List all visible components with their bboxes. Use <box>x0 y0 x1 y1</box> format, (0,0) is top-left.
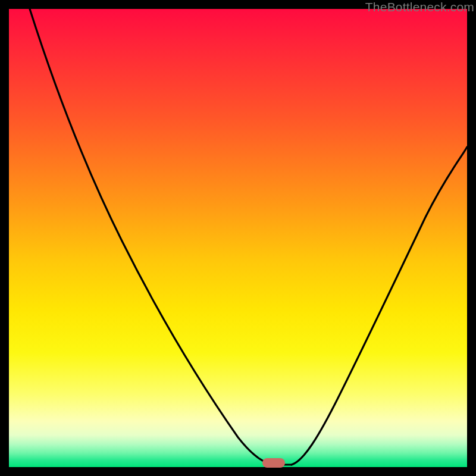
optimal-marker <box>262 458 285 468</box>
chart-frame: TheBottleneck.com <box>9 9 467 467</box>
watermark-text: TheBottleneck.com <box>365 0 474 14</box>
bottleneck-curve <box>9 9 467 467</box>
